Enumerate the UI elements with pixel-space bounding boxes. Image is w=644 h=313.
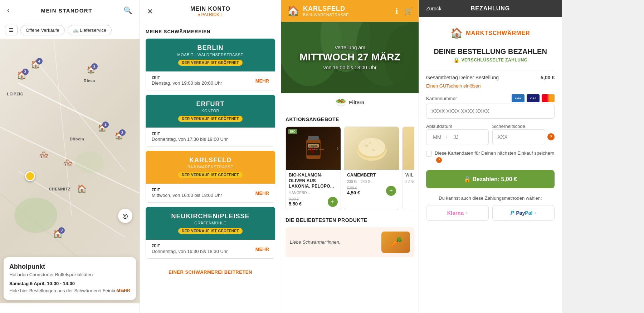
konto-header-title: MEIN KONTO ♦ PATRICK L: [190, 6, 230, 17]
expiry-year-input[interactable]: [449, 134, 463, 140]
order-total-row: Gesamtbetrag Deiner Bestellung 5,00 €: [426, 75, 555, 80]
konto-user: ♦ PATRICK L: [190, 12, 230, 17]
beliebteste-title: DIE BELIEBTESTEN PRODUKTE: [286, 217, 414, 223]
card-sub-karlsfeld: BAJUWARENSTRASSE: [187, 165, 233, 169]
city-label-leipzig: LEIPZIG: [7, 92, 24, 96]
expiry-input-group: /: [426, 129, 489, 145]
delivery-button[interactable]: 🚲 Lieferservice: [68, 25, 112, 35]
card-mehr-karlsfeld[interactable]: MEHR: [255, 190, 269, 196]
map-pin[interactable]: 🏠: [77, 184, 87, 194]
card-sub-neukirchen: GRÄFENMÜHLE: [194, 221, 226, 225]
zeit-label: ZEIT: [152, 244, 228, 248]
cart-icon[interactable]: 🛒: [404, 7, 413, 15]
paypal-button[interactable]: 𝙋 PayPal ›: [492, 205, 555, 221]
save-checkbox[interactable]: [426, 151, 432, 156]
map-view[interactable]: LEIPZIG Riesa Döbeln CHEMNITZ 🏠 2 🏠 4 🏠: [0, 39, 140, 303]
slash-separator: /: [446, 134, 447, 140]
filter-label[interactable]: Filtern: [349, 100, 365, 105]
mastercard-icon: [542, 94, 555, 102]
klarna-arrow: ›: [466, 210, 468, 216]
schwarmerei-card-neukirchen: NEUKIRCHEN/PLEISSE GRÄFENMÜHLE DER VERKA…: [146, 207, 275, 259]
product-card-camembert[interactable]: › CAMEMBERT 230 G – 240 G... 5,00 € 4,50…: [344, 126, 399, 210]
svg-point-7: [75, 151, 104, 174]
card-time-neukirchen: ZEIT Donnerstag, von 16:30 bis 18:30 Uhr: [152, 244, 228, 254]
product-card-olive[interactable]: 100pct. KALAMON-OLIVEN BIO › BIO-KALAMON…: [286, 126, 341, 210]
security-group: Sicherheitscode ?: [492, 123, 555, 145]
svg-point-25: [358, 138, 385, 156]
order-title: DEINE BESTELLUNG BEZAHLEN: [426, 48, 555, 56]
card-city-karlsfeld: KARLSFELD: [189, 156, 231, 164]
map-pin[interactable]: 🏠 3: [53, 229, 63, 239]
card-mehr-berlin[interactable]: MEHR: [255, 78, 269, 84]
map-pin[interactable]: 🏠 2: [87, 65, 96, 74]
visa-icon: VISA: [527, 94, 540, 102]
zeit-value: Mittwoch, von 16:00 bis 18:00 Uhr: [152, 193, 222, 198]
open-sales-button[interactable]: Offene Verkäufe: [20, 25, 65, 35]
security-badge: 🔒 VERSCHLÜSSELTE ZAHLUNG: [426, 57, 555, 63]
add-to-cart-olive[interactable]: +: [328, 197, 338, 207]
popup-desc: Hole hier Bestellungen aus der Schwärmer…: [9, 288, 130, 294]
map-pin[interactable]: 🏘️: [63, 158, 73, 167]
paypal-icon: 𝙋: [510, 210, 514, 216]
card-badge-karlsfeld: DER VERKAUF IST GEÖFFNET: [178, 172, 243, 178]
product-name-other: WIL...: [405, 173, 414, 178]
pay-button[interactable]: 🔒 Bezahlen: 5,00 €: [426, 170, 555, 188]
card-body-berlin: ZEIT Dienstag, von 19:00 bis 20:00 Uhr M…: [146, 71, 275, 90]
gutschein-link[interactable]: Einen GUTschein einlösen: [426, 83, 555, 89]
filter-veg-icon: 🥗: [336, 98, 346, 108]
card-mehr-neukirchen[interactable]: MEHR: [255, 247, 269, 252]
security-code-input[interactable]: [492, 129, 546, 144]
paypal-arrow: ›: [535, 210, 536, 216]
payment-header: Zurück BEZAHLUNG: [419, 0, 562, 17]
price-olive: 5,50 €: [289, 201, 302, 207]
expiry-month-input[interactable]: [430, 134, 444, 140]
close-icon[interactable]: ✕: [147, 7, 153, 16]
konto-title: MEIN KONTO: [190, 6, 230, 12]
map-pin[interactable]: 🏠 4: [31, 60, 40, 69]
popup-subtitle: Hofladen Chursdorfer Büffelspezialitäten: [9, 272, 130, 277]
zeit-value: Donnerstag, von 17:30 bis 19:00 Uhr: [152, 136, 228, 142]
hero-banner: Verteilung am MITTWOCH 27 MÄRZ von 16:00…: [281, 22, 419, 93]
map-pin[interactable]: 🏠 2: [114, 131, 123, 140]
map-pin-yellow[interactable]: [25, 171, 35, 181]
hero-day: MITTWOCH 27 MÄRZ: [299, 52, 400, 63]
klarna-button[interactable]: Klarna ›: [426, 205, 489, 221]
expiry-group: Ablaufdatum /: [426, 123, 489, 145]
map-pin[interactable]: 🏠 2: [17, 71, 26, 80]
card-header-karlsfeld: KARLSFELD BAJUWARENSTRASSE DER VERKAUF I…: [146, 151, 275, 184]
map-pin[interactable]: 🏘️: [39, 150, 49, 159]
card-number-input[interactable]: [426, 104, 555, 119]
search-icon[interactable]: 🔍: [123, 6, 132, 15]
save-help-icon[interactable]: ?: [436, 157, 442, 163]
card-number-label: Kartennummer: [426, 96, 457, 101]
order-total-label: Gesamtbetrag Deiner Bestellung: [426, 75, 499, 80]
info-icon[interactable]: ℹ: [395, 7, 398, 15]
back-button[interactable]: Zurück: [426, 6, 441, 11]
card-body-neukirchen: ZEIT Donnerstag, von 16:30 bis 18:30 Uhr…: [146, 240, 275, 259]
bio-badge: BIO: [288, 129, 297, 134]
filter-icon-button[interactable]: ☰: [5, 25, 18, 35]
svg-point-6: [14, 198, 57, 233]
product-card-other[interactable]: WIL... WIL... 2 ANC...: [402, 126, 414, 210]
aktionsangebote-title: AKTIONSANGEBOTE: [286, 116, 414, 122]
hero-sub: Verteilung am: [299, 45, 400, 50]
map-popup: Abholpunkt Hofladen Chursdorfer Büffelsp…: [4, 257, 136, 300]
expiry-security-row: Ablaufdatum / Sicherheitscode ?: [426, 123, 555, 145]
security-help-icon[interactable]: ?: [547, 133, 555, 140]
back-icon[interactable]: ‹: [7, 6, 10, 15]
card-time-erfurt: ZEIT Donnerstag, von 17:30 bis 19:00 Uhr: [152, 132, 228, 142]
karlsfeld-header: 🏠 KARLSFELD BAJUWARENSTRASSE ℹ 🛒: [281, 0, 419, 22]
panel-payment: Zurück BEZAHLUNG 🏠 MARKTSCHWÄRMER DEINE …: [419, 0, 562, 313]
schwarmerei-card-erfurt: ERFURT KONTOR DER VERKAUF IST GEÖFFNET Z…: [146, 95, 275, 146]
card-time-karlsfeld: ZEIT Mittwoch, von 16:00 bis 18:00 Uhr: [152, 188, 222, 198]
gps-button[interactable]: ◎: [118, 209, 132, 223]
svg-point-27: [372, 149, 375, 151]
zeit-value: Donnerstag, von 16:30 bis 18:30 Uhr: [152, 249, 228, 254]
join-schwarmerei-section: EINER SCHWÄRMEREI BEITRETEN: [146, 263, 275, 281]
popup-date: Samstag 6 April, 10:00 - 14:00: [9, 281, 130, 286]
map-pin[interactable]: 🏠 2: [98, 124, 107, 132]
join-link[interactable]: EINER SCHWÄRMEREI BEITRETEN: [169, 269, 252, 275]
orig-price-olive: 8,00 €: [289, 197, 302, 201]
add-to-cart-camembert[interactable]: +: [386, 186, 396, 196]
city-label-dobeln: Döbeln: [70, 137, 84, 141]
